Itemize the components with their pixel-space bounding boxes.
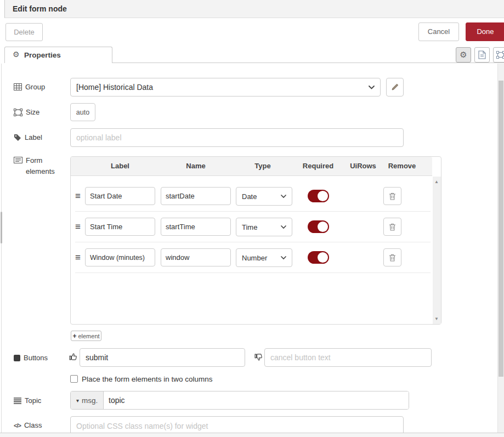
cancel-button[interactable]: Cancel [418,22,459,41]
size-button[interactable]: auto [70,103,95,121]
col-header-type: Type [254,162,270,170]
remove-element-button[interactable] [383,187,401,205]
trash-icon [389,192,396,200]
thumbs-down-icon [254,353,263,361]
appearance-panel-button[interactable] [493,47,504,63]
topic-field-label: Topic [14,396,41,405]
two-columns-checkbox[interactable] [70,375,78,383]
trash-icon [389,223,396,231]
description-panel-button[interactable] [474,47,490,63]
topic-value-input[interactable] [104,391,409,409]
group-field-label: Group [14,83,45,91]
row-separator [75,273,431,273]
chevron-down-icon [281,225,286,229]
row-separator [75,211,431,212]
size-field-label: Size [14,108,39,116]
element-name-input[interactable] [161,248,231,266]
remove-element-button[interactable] [383,218,401,236]
code-icon: </> [14,422,21,429]
thumbs-up-icon [69,353,77,361]
dialog-title: Edit form node [13,4,67,13]
element-name-input[interactable] [161,187,231,205]
col-header-uirows: UiRows [350,162,376,170]
two-columns-label: Place the form elements in two columns [82,375,213,383]
label-field-label: Label [14,133,42,141]
gear-icon: ⚙ [460,50,467,60]
element-type-select[interactable]: Number [236,248,292,267]
col-header-required: Required [303,162,333,170]
group-select-value: [Home] Historical Data [76,83,153,92]
topic-type-selector[interactable]: ▾ msg. [71,391,104,409]
delete-button[interactable]: Delete [5,23,43,41]
done-button[interactable]: Done [466,22,504,41]
edit-group-button[interactable] [386,78,404,97]
dialog-header: Edit form node [4,0,504,18]
group-select[interactable]: [Home] Historical Data [70,78,381,97]
bars-icon [14,398,21,404]
scroll-up-icon[interactable]: ▲ [434,179,439,184]
properties-panel-button[interactable]: ⚙ [456,47,471,63]
cancel-button-text-input[interactable] [264,348,432,367]
plus-icon: + [72,332,76,340]
label-input[interactable] [70,128,404,147]
required-toggle[interactable] [308,220,329,233]
tag-icon [14,134,21,141]
drag-handle[interactable]: ≡ [75,191,81,201]
form-elements-field-label: Form elements [14,155,64,177]
appearance-icon [496,51,504,59]
col-header-remove: Remove [388,162,416,170]
topic-type-label: msg. [82,396,98,405]
buttons-field-label: Buttons [14,354,48,362]
element-label-input[interactable] [85,187,155,205]
pencil-icon [391,83,399,91]
form-elements-table [70,156,441,325]
page-scrollbar-thumb[interactable] [499,81,503,377]
tray-left-border [1,64,2,433]
add-element-button[interactable]: + element [71,331,101,341]
chevron-down-icon [281,256,286,260]
remove-element-button[interactable] [383,248,401,266]
tab-properties-label: Properties [24,51,61,59]
row-separator [75,242,431,242]
col-header-label: Label [111,162,129,170]
submit-button-text-input[interactable] [80,348,245,367]
tab-properties[interactable]: ⚙ Properties [4,47,112,63]
document-icon [478,50,486,59]
class-field-label: </> Class [14,421,42,429]
resize-icon [14,109,22,116]
tray-resize-grip[interactable] [1,212,2,243]
topic-typed-input: ▾ msg. [70,391,409,410]
required-toggle[interactable] [308,251,329,264]
square-icon [14,355,20,361]
gear-icon: ⚙ [13,50,20,59]
trash-icon [389,254,396,262]
required-toggle[interactable] [308,190,329,202]
element-type-select[interactable]: Date [236,187,292,206]
table-scrollbar-track[interactable] [433,177,441,324]
chevron-down-icon [369,86,375,89]
drag-handle[interactable]: ≡ [75,222,81,231]
list-alt-icon [14,157,22,163]
element-label-input[interactable] [85,248,155,266]
chevron-down-icon [281,195,286,198]
grid-icon [14,83,22,90]
element-type-select[interactable]: Time [236,218,292,236]
element-name-input[interactable] [161,218,231,236]
scroll-down-icon[interactable]: ▼ [434,316,439,321]
element-label-input[interactable] [85,218,155,236]
tray-footer-edge [0,433,504,437]
col-header-name: Name [186,162,205,170]
caret-down-icon: ▾ [76,398,79,404]
drag-handle[interactable]: ≡ [75,253,81,262]
